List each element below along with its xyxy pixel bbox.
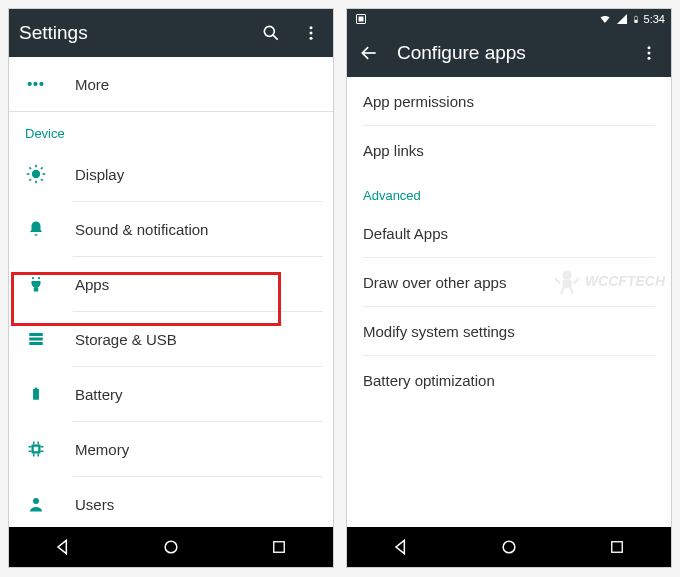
storage-icon <box>25 330 47 348</box>
svg-line-12 <box>29 179 31 181</box>
row-draw-over[interactable]: Draw over other apps <box>347 258 671 306</box>
svg-point-14 <box>32 277 34 279</box>
signal-icon <box>616 13 628 25</box>
row-label: More <box>75 76 317 93</box>
row-default-apps[interactable]: Default Apps <box>347 209 671 257</box>
row-storage[interactable]: Storage & USB <box>9 312 333 366</box>
phone-configure-apps: 5:34 Configure apps App permissions App … <box>346 8 672 568</box>
row-label: Draw over other apps <box>363 274 506 291</box>
svg-line-1 <box>273 35 278 40</box>
row-label: Apps <box>75 276 317 293</box>
row-label: Display <box>75 166 317 183</box>
back-arrow-icon[interactable] <box>357 43 381 63</box>
svg-rect-19 <box>33 389 39 400</box>
battery-icon <box>25 384 47 404</box>
row-label: App links <box>363 142 424 159</box>
phone-settings: Settings ••• More Device Display Sound &… <box>8 8 334 568</box>
svg-line-11 <box>41 179 43 181</box>
svg-rect-20 <box>35 388 37 390</box>
wifi-icon <box>598 13 612 25</box>
row-label: App permissions <box>363 93 474 110</box>
memory-icon <box>25 440 47 458</box>
svg-rect-16 <box>29 333 43 336</box>
svg-rect-18 <box>29 342 43 345</box>
overflow-menu-icon[interactable] <box>637 44 661 62</box>
row-display[interactable]: Display <box>9 147 333 201</box>
svg-rect-38 <box>634 16 637 19</box>
row-app-links[interactable]: App links <box>347 126 671 174</box>
row-label: Memory <box>75 441 317 458</box>
svg-point-42 <box>648 57 651 60</box>
row-label: Sound & notification <box>75 221 317 238</box>
section-header-device: Device <box>9 112 333 147</box>
app-bar-settings: Settings <box>9 9 333 57</box>
row-memory[interactable]: Memory <box>9 422 333 476</box>
svg-point-0 <box>264 26 274 36</box>
row-label: Default Apps <box>363 225 448 242</box>
svg-point-4 <box>310 37 313 40</box>
row-sound[interactable]: Sound & notification <box>9 202 333 256</box>
more-icon: ••• <box>25 76 47 92</box>
app-bar-title: Configure apps <box>397 42 621 64</box>
search-icon[interactable] <box>259 23 283 43</box>
svg-rect-22 <box>34 447 39 452</box>
svg-point-41 <box>648 52 651 55</box>
row-label: Battery <box>75 386 317 403</box>
svg-rect-37 <box>635 15 636 16</box>
row-battery-opt[interactable]: Battery optimization <box>347 356 671 404</box>
row-battery[interactable]: Battery <box>9 367 333 421</box>
nav-bar <box>9 527 333 567</box>
app-bar-configure: Configure apps <box>347 29 671 77</box>
svg-point-31 <box>33 498 39 504</box>
row-apps[interactable]: Apps <box>9 257 333 311</box>
status-bar: 5:34 <box>347 9 671 29</box>
svg-point-5 <box>32 170 40 178</box>
status-time: 5:34 <box>644 13 665 25</box>
svg-line-10 <box>29 167 31 169</box>
svg-rect-35 <box>359 17 364 22</box>
nav-recent-icon[interactable] <box>259 538 299 556</box>
section-header-advanced: Advanced <box>347 174 671 209</box>
row-label: Storage & USB <box>75 331 317 348</box>
row-label: Battery optimization <box>363 372 495 389</box>
svg-point-2 <box>310 26 313 29</box>
row-app-permissions[interactable]: App permissions <box>347 77 671 125</box>
battery-status-icon <box>632 13 640 26</box>
configure-list: App permissions App links Advanced Defau… <box>347 77 671 527</box>
row-modify-system[interactable]: Modify system settings <box>347 307 671 355</box>
settings-list: ••• More Device Display Sound & notifica… <box>9 57 333 527</box>
display-icon <box>25 164 47 184</box>
svg-line-13 <box>41 167 43 169</box>
svg-rect-17 <box>29 338 43 341</box>
user-icon <box>25 495 47 513</box>
nav-bar <box>347 527 671 567</box>
apps-icon <box>25 274 47 294</box>
nav-back-icon[interactable] <box>381 537 421 557</box>
row-label: Users <box>75 496 317 513</box>
row-users[interactable]: Users <box>9 477 333 527</box>
row-label: Modify system settings <box>363 323 515 340</box>
nav-home-icon[interactable] <box>151 537 191 557</box>
svg-point-49 <box>503 541 515 553</box>
nav-back-icon[interactable] <box>43 537 83 557</box>
svg-point-32 <box>165 541 177 553</box>
row-more[interactable]: ••• More <box>9 57 333 111</box>
app-bar-title: Settings <box>19 22 243 44</box>
svg-rect-50 <box>612 542 623 553</box>
screenshot-icon <box>355 13 367 25</box>
svg-point-40 <box>648 46 651 49</box>
bell-icon <box>25 220 47 238</box>
overflow-menu-icon[interactable] <box>299 24 323 42</box>
svg-point-15 <box>38 277 40 279</box>
svg-rect-33 <box>274 542 285 553</box>
svg-point-3 <box>310 32 313 35</box>
nav-recent-icon[interactable] <box>597 538 637 556</box>
nav-home-icon[interactable] <box>489 537 529 557</box>
